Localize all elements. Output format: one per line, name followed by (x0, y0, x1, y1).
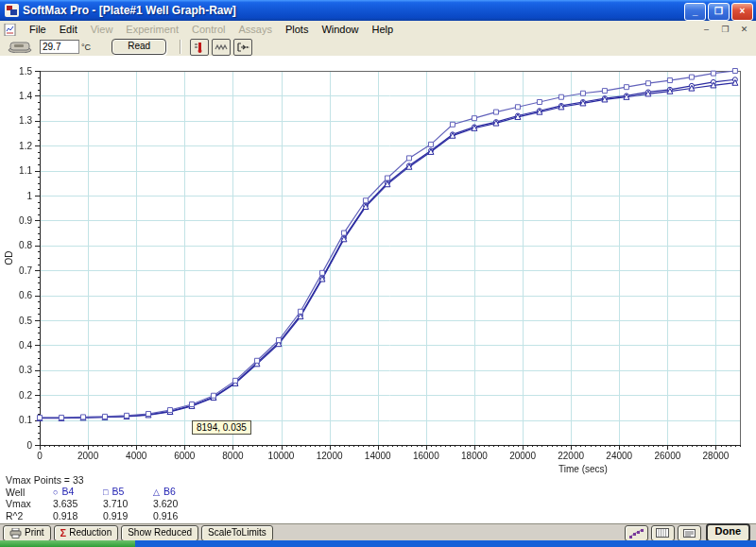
r2-b4: 0.918 (53, 510, 103, 521)
close-button[interactable]: × (731, 3, 753, 21)
done-button[interactable]: Done (706, 523, 751, 542)
r2-b5: 0.919 (103, 510, 153, 521)
r2-b6: 0.916 (153, 510, 203, 521)
menu-window[interactable]: Window (315, 22, 365, 37)
r2-row: R^2 0.918 0.919 0.916 (6, 510, 203, 522)
menu-file[interactable]: File (23, 22, 53, 37)
mdi-close-button[interactable]: ✕ (736, 23, 752, 37)
temperature-probe-button[interactable] (190, 39, 209, 56)
mdi-minimize-button[interactable]: – (698, 23, 714, 37)
circle-marker-icon: ○ (53, 487, 58, 497)
plate-grid-icon (656, 528, 669, 538)
menu-plots[interactable]: Plots (279, 22, 315, 37)
scatter-plot-icon (629, 528, 644, 538)
probe-icon (194, 42, 205, 53)
menu-experiment: Experiment (119, 22, 185, 37)
document-icon (4, 24, 17, 36)
shake-waves-icon (215, 43, 228, 52)
well-row-label: Well (6, 487, 53, 498)
title-bar: SoftMax Pro - [Plate#1 Well Graph-Raw] _… (0, 0, 756, 21)
start-button-sliver[interactable] (0, 540, 135, 547)
graph-legend: Vmax Points = 33 Well ○B4 □B5 △B6 Vmax 3… (6, 474, 203, 521)
scale-to-limits-button[interactable]: ScaleToLimits (201, 525, 273, 541)
vmax-row: Vmax 3.635 3.710 3.620 (6, 498, 203, 510)
read-button[interactable]: Read (112, 39, 166, 55)
reduction-button[interactable]: Σ Reduction (54, 525, 119, 541)
menu-help[interactable]: Help (366, 22, 401, 37)
instrument-toolbar: 29.7 °C Read (0, 38, 756, 57)
vmax-points-row: Vmax Points = 33 (6, 474, 203, 487)
graph-view-button[interactable] (625, 525, 648, 541)
cursor-tooltip: 8194, 0.035 (192, 420, 251, 435)
well-graph-chart[interactable] (0, 56, 756, 476)
restore-button[interactable]: ❐ (708, 3, 730, 21)
plate-reader-icon (8, 41, 34, 53)
show-reduced-button[interactable]: Show Reduced (121, 525, 198, 541)
bottom-toolbar: Print Σ Reduction Show Reduced ScaleToLi… (0, 523, 756, 541)
r2-row-label: R^2 (6, 510, 53, 521)
vmax-points-label: Vmax Points = 33 (6, 474, 84, 486)
menu-edit[interactable]: Edit (53, 22, 84, 37)
print-button[interactable]: Print (3, 525, 51, 541)
vmax-row-label: Vmax (6, 498, 53, 509)
menu-assays: Assays (232, 22, 278, 37)
temperature-field[interactable]: 29.7 (40, 40, 79, 54)
tray-out-icon (236, 43, 249, 52)
menu-control: Control (185, 22, 232, 37)
triangle-marker-icon: △ (153, 487, 160, 497)
shake-button[interactable] (212, 39, 231, 56)
app-icon (5, 4, 19, 17)
sigma-icon: Σ (60, 526, 67, 539)
taskbar-sliver[interactable] (0, 540, 756, 547)
minimize-button[interactable]: _ (684, 3, 706, 21)
eject-tray-button[interactable] (233, 39, 252, 56)
list-icon (683, 529, 696, 538)
mdi-restore-button[interactable]: ❐ (717, 23, 733, 37)
list-view-button[interactable] (678, 525, 701, 541)
vmax-b6: 3.620 (153, 498, 203, 509)
printer-icon (9, 528, 22, 538)
well-b5: □B5 (103, 486, 153, 498)
graph-window: 8194, 0.035 Vmax Points = 33 Well ○B4 □B… (0, 56, 756, 523)
window-title: SoftMax Pro - [Plate#1 Well Graph-Raw] (23, 4, 236, 17)
menu-view: View (84, 22, 120, 37)
well-b4: ○B4 (53, 486, 103, 498)
toolbar-separator (180, 40, 180, 54)
well-b6: △B6 (153, 486, 203, 498)
well-row: Well ○B4 □B5 △B6 (6, 487, 203, 499)
square-marker-icon: □ (103, 487, 108, 497)
plate-view-button[interactable] (651, 525, 675, 541)
vmax-b5: 3.710 (103, 498, 153, 509)
vmax-b4: 3.635 (53, 498, 103, 509)
menu-bar: File Edit View Experiment Control Assays… (0, 21, 756, 39)
temperature-unit: °C (81, 43, 91, 52)
mdi-window-buttons: – ❐ ✕ (698, 23, 752, 37)
